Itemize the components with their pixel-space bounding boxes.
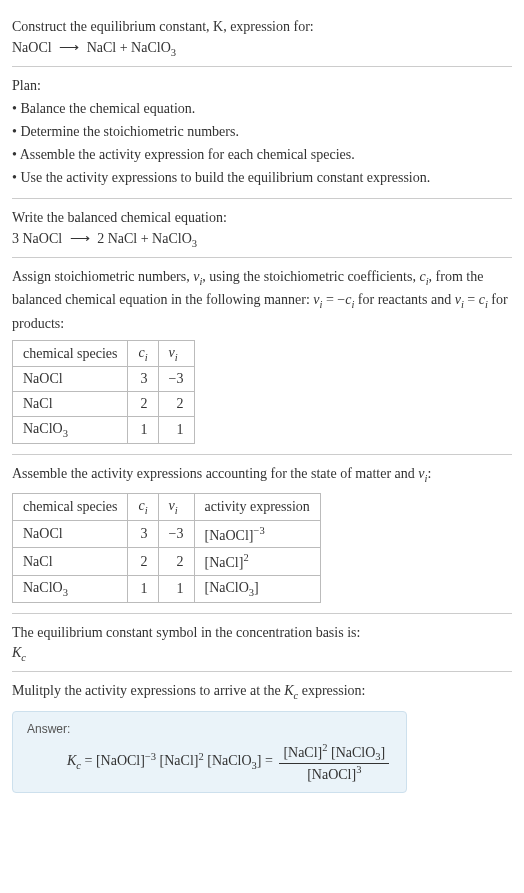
multiply-text: Mulitply the activity expressions to arr… xyxy=(12,680,512,704)
cell-species: NaOCl xyxy=(13,367,128,392)
cell-species: NaClO3 xyxy=(13,417,128,444)
cell-species: NaClO3 xyxy=(13,575,128,602)
table-header-row: chemical species ci νi xyxy=(13,340,195,367)
header-c: ci xyxy=(128,340,158,367)
cell-nu: 1 xyxy=(158,417,194,444)
cell-nu: 2 xyxy=(158,548,194,576)
plan-section: Plan: • Balance the chemical equation. •… xyxy=(12,67,512,199)
balanced-section: Write the balanced chemical equation: 3 … xyxy=(12,199,512,258)
stoich-section: Assign stoichiometric numbers, νi, using… xyxy=(12,258,512,456)
cell-activity: [NaClO3] xyxy=(194,575,320,602)
cell-c: 3 xyxy=(128,367,158,392)
cell-c: 2 xyxy=(128,548,158,576)
multiply-section: Mulitply the activity expressions to arr… xyxy=(12,672,512,802)
table-header-row: chemical species ci νi activity expressi… xyxy=(13,493,321,520)
symbol-text: The equilibrium constant symbol in the c… xyxy=(12,622,512,643)
plan-item-1: • Determine the stoichiometric numbers. xyxy=(12,121,512,142)
header-c: ci xyxy=(128,493,158,520)
symbol-k: Kc xyxy=(12,645,512,663)
answer-box: Answer: Kc = [NaOCl]−3 [NaCl]2 [NaClO3] … xyxy=(12,711,407,793)
cell-c: 1 xyxy=(128,417,158,444)
header-nu: νi xyxy=(158,493,194,520)
cell-nu: −3 xyxy=(158,520,194,548)
plan-heading: Plan: xyxy=(12,75,512,96)
header-species: chemical species xyxy=(13,493,128,520)
stoich-table: chemical species ci νi NaOCl 3 −3 NaCl 2… xyxy=(12,340,195,445)
arrow-icon: ⟶ xyxy=(70,230,90,247)
fraction-numerator: [NaCl]2 [NaClO3] xyxy=(279,742,389,763)
balanced-rhs: 2 NaCl + NaClO3 xyxy=(97,231,197,246)
header-species: chemical species xyxy=(13,340,128,367)
answer-expression: Kc = [NaOCl]−3 [NaCl]2 [NaClO3] = [NaCl]… xyxy=(27,742,392,782)
cell-c: 2 xyxy=(128,392,158,417)
fraction: [NaCl]2 [NaClO3] [NaOCl]3 xyxy=(279,742,389,782)
cell-species: NaCl xyxy=(13,392,128,417)
cell-c: 1 xyxy=(128,575,158,602)
balanced-heading: Write the balanced chemical equation: xyxy=(12,207,512,228)
header-activity: activity expression xyxy=(194,493,320,520)
intro-equation: NaOCl ⟶ NaCl + NaClO3 xyxy=(12,39,512,58)
intro-lhs: NaOCl xyxy=(12,40,52,55)
intro-rhs: NaCl + NaClO3 xyxy=(87,40,176,55)
table-row: NaClO3 1 1 xyxy=(13,417,195,444)
cell-nu: 2 xyxy=(158,392,194,417)
cell-nu: 1 xyxy=(158,575,194,602)
answer-label: Answer: xyxy=(27,722,392,736)
header-nu: νi xyxy=(158,340,194,367)
table-row: NaOCl 3 −3 [NaOCl]−3 xyxy=(13,520,321,548)
arrow-icon: ⟶ xyxy=(59,39,79,56)
cell-activity: [NaCl]2 xyxy=(194,548,320,576)
intro-line1: Construct the equilibrium constant, K, e… xyxy=(12,16,512,37)
table-row: NaCl 2 2 [NaCl]2 xyxy=(13,548,321,576)
table-row: NaClO3 1 1 [NaClO3] xyxy=(13,575,321,602)
cell-nu: −3 xyxy=(158,367,194,392)
activity-table: chemical species ci νi activity expressi… xyxy=(12,493,321,603)
cell-activity: [NaOCl]−3 xyxy=(194,520,320,548)
balanced-lhs: 3 NaOCl xyxy=(12,231,62,246)
intro-text: Construct the equilibrium constant, K, e… xyxy=(12,19,314,34)
balanced-equation: 3 NaOCl ⟶ 2 NaCl + NaClO3 xyxy=(12,230,512,249)
cell-species: NaCl xyxy=(13,548,128,576)
table-row: NaCl 2 2 xyxy=(13,392,195,417)
symbol-section: The equilibrium constant symbol in the c… xyxy=(12,614,512,672)
activity-section: Assemble the activity expressions accoun… xyxy=(12,455,512,613)
cell-c: 3 xyxy=(128,520,158,548)
cell-species: NaOCl xyxy=(13,520,128,548)
plan-item-2: • Assemble the activity expression for e… xyxy=(12,144,512,165)
table-row: NaOCl 3 −3 xyxy=(13,367,195,392)
stoich-text: Assign stoichiometric numbers, νi, using… xyxy=(12,266,512,334)
fraction-denominator: [NaOCl]3 xyxy=(279,764,389,783)
activity-text: Assemble the activity expressions accoun… xyxy=(12,463,512,487)
intro-section: Construct the equilibrium constant, K, e… xyxy=(12,8,512,67)
plan-item-0: • Balance the chemical equation. xyxy=(12,98,512,119)
plan-item-3: • Use the activity expressions to build … xyxy=(12,167,512,188)
